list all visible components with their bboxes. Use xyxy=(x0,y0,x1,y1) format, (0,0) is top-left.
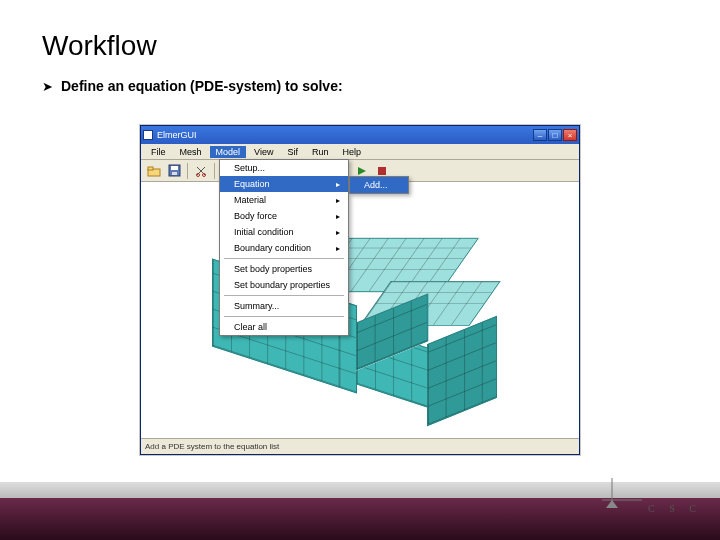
csc-logo: C S C xyxy=(602,478,702,514)
maximize-button[interactable]: □ xyxy=(548,129,562,141)
dropdown-item[interactable]: Equation▸ xyxy=(220,176,348,192)
dropdown-item[interactable]: Summary... xyxy=(220,298,348,314)
toolbar-sep xyxy=(187,163,188,179)
svg-rect-10 xyxy=(378,167,386,175)
statusbar: Add a PDE system to the equation list xyxy=(141,438,579,454)
slide-footer: C S C xyxy=(0,482,720,540)
slide-title: Workflow xyxy=(0,0,720,72)
app-window: ElmerGUI – □ × File Mesh Model View Sif … xyxy=(140,125,580,455)
dropdown-item[interactable]: Boundary condition▸ xyxy=(220,240,348,256)
app-icon xyxy=(143,130,153,140)
submenu-item[interactable]: Add... xyxy=(350,177,408,193)
menu-run[interactable]: Run xyxy=(306,146,335,158)
svg-marker-9 xyxy=(358,167,366,175)
window-title: ElmerGUI xyxy=(157,130,197,140)
menu-mesh[interactable]: Mesh xyxy=(174,146,208,158)
close-button[interactable]: × xyxy=(563,129,577,141)
toolbar-sep xyxy=(214,163,215,179)
bullet-row: ➤ Define an equation (PDE-system) to sol… xyxy=(0,78,720,94)
menu-help[interactable]: Help xyxy=(336,146,367,158)
dropdown-item[interactable]: Set body properties xyxy=(220,261,348,277)
menu-view[interactable]: View xyxy=(248,146,279,158)
dropdown-item[interactable]: Clear all xyxy=(220,319,348,335)
minimize-button[interactable]: – xyxy=(533,129,547,141)
svg-rect-4 xyxy=(172,172,177,175)
svg-rect-1 xyxy=(148,167,153,170)
cut-button[interactable] xyxy=(192,162,210,180)
logo-text: C S C xyxy=(648,503,702,514)
dropdown-item[interactable]: Initial condition▸ xyxy=(220,224,348,240)
viewport-3d[interactable] xyxy=(141,182,579,438)
svg-rect-3 xyxy=(171,166,178,170)
svg-point-7 xyxy=(197,173,200,176)
svg-marker-13 xyxy=(606,500,618,508)
dropdown-item[interactable]: Body force▸ xyxy=(220,208,348,224)
menu-file[interactable]: File xyxy=(145,146,172,158)
dropdown-item[interactable]: Set boundary properties xyxy=(220,277,348,293)
svg-point-8 xyxy=(203,173,206,176)
menu-model[interactable]: Model xyxy=(210,146,247,158)
equation-submenu: Add... xyxy=(349,176,409,194)
bullet-text: Define an equation (PDE-system) to solve… xyxy=(61,78,343,94)
menu-model-dropdown: Setup...Equation▸Material▸Body force▸Ini… xyxy=(219,159,349,336)
menubar: File Mesh Model View Sif Run Help xyxy=(141,144,579,160)
bullet-icon: ➤ xyxy=(42,79,53,94)
dropdown-item[interactable]: Setup... xyxy=(220,160,348,176)
menu-sif[interactable]: Sif xyxy=(281,146,304,158)
titlebar: ElmerGUI – □ × xyxy=(141,126,579,144)
dropdown-item[interactable]: Material▸ xyxy=(220,192,348,208)
logo-mark-icon xyxy=(602,478,642,514)
open-button[interactable] xyxy=(145,162,163,180)
save-button[interactable] xyxy=(165,162,183,180)
